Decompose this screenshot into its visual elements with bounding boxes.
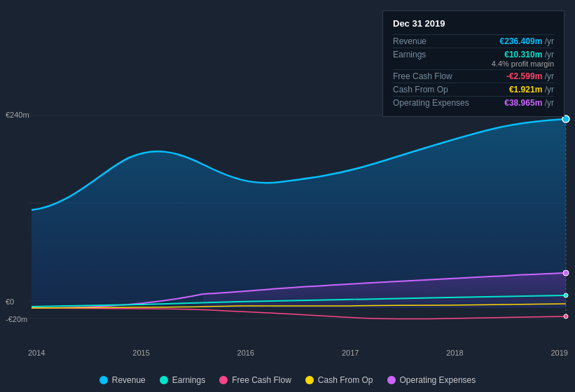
x-label-2018: 2018	[446, 349, 463, 357]
legend-item-revenue[interactable]: Revenue	[99, 375, 146, 385]
tooltip-cash-from-op-period: /yr	[545, 85, 554, 94]
y-label-240m: €240m	[6, 111, 29, 119]
tooltip-earnings-sub: 4.4% profit margin	[393, 59, 554, 68]
legend-item-free-cash-flow[interactable]: Free Cash Flow	[219, 375, 291, 385]
tooltip-revenue-row: Revenue €236.409m /yr	[393, 34, 554, 48]
legend-label-operating-expenses: Operating Expenses	[400, 375, 476, 385]
legend-label-revenue: Revenue	[112, 375, 146, 385]
legend-dot-revenue	[99, 376, 108, 384]
x-label-2019: 2019	[550, 349, 567, 357]
tooltip-earnings-label: Earnings	[393, 50, 426, 59]
x-label-2016: 2016	[237, 349, 254, 357]
x-label-2017: 2017	[342, 349, 359, 357]
legend-dot-earnings	[160, 376, 168, 384]
legend-dot-free-cash-flow	[219, 376, 228, 384]
svg-point-9	[564, 314, 568, 318]
tooltip-earnings-value: €10.310m	[504, 50, 542, 59]
svg-point-8	[564, 293, 568, 298]
tooltip-cash-from-op-label: Cash From Op	[393, 85, 448, 94]
legend-label-earnings: Earnings	[172, 375, 205, 385]
tooltip-revenue-label: Revenue	[393, 36, 427, 46]
x-axis-labels: 2014 2015 2016 2017 2018 2019	[28, 349, 568, 357]
tooltip-op-expenses-value: €38.965m	[504, 98, 542, 108]
chart-legend: Revenue Earnings Free Cash Flow Cash Fro…	[0, 375, 575, 385]
tooltip-op-expenses-row: Operating Expenses €38.965m /yr	[393, 96, 554, 109]
legend-label-cash-from-op: Cash From Op	[318, 375, 373, 385]
tooltip-op-expenses-label: Operating Expenses	[393, 98, 469, 108]
tooltip-cash-from-op-row: Cash From Op €1.921m /yr	[393, 83, 554, 96]
tooltip-revenue-value: €236.409m	[500, 36, 543, 46]
tooltip-free-cash-period: /yr	[545, 71, 554, 81]
legend-item-operating-expenses[interactable]: Operating Expenses	[387, 375, 476, 385]
tooltip-free-cash-value: -€2.599m	[506, 71, 542, 81]
y-label-0: €0	[6, 298, 14, 306]
legend-dot-operating-expenses	[387, 376, 396, 384]
tooltip-revenue-period: /yr	[545, 36, 554, 46]
tooltip-free-cash-label: Free Cash Flow	[393, 71, 452, 81]
tooltip-card: Dec 31 2019 Revenue €236.409m /yr Earnin…	[382, 10, 564, 117]
legend-item-cash-from-op[interactable]: Cash From Op	[305, 375, 373, 385]
tooltip-cash-from-op-value: €1.921m	[509, 85, 542, 94]
tooltip-free-cash-row: Free Cash Flow -€2.599m /yr	[393, 69, 554, 83]
y-label-neg20m: -€20m	[6, 315, 27, 323]
svg-point-7	[563, 270, 569, 276]
legend-dot-cash-from-op	[305, 376, 314, 384]
x-label-2014: 2014	[28, 349, 45, 357]
legend-item-earnings[interactable]: Earnings	[160, 375, 205, 385]
legend-label-free-cash-flow: Free Cash Flow	[232, 375, 291, 385]
tooltip-date: Dec 31 2019	[393, 18, 554, 29]
tooltip-earnings-period: /yr	[545, 50, 554, 59]
x-label-2015: 2015	[132, 349, 149, 357]
tooltip-op-expenses-period: /yr	[545, 98, 554, 108]
